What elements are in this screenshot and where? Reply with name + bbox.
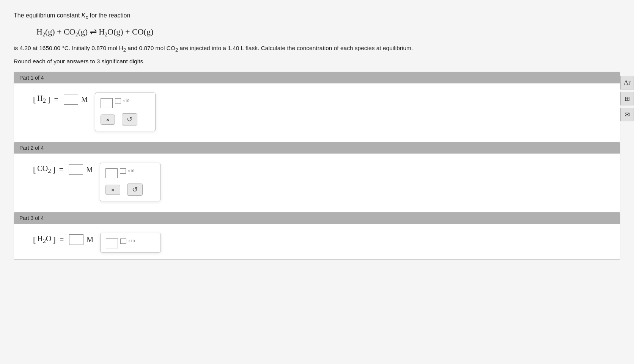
part2-equals: =	[59, 165, 63, 174]
mail-icon: ✉	[625, 111, 630, 119]
part1-body: [ H2 ] = M ×10 × ↺	[14, 83, 620, 142]
part1-close-bracket: ]	[47, 94, 50, 104]
part1-equation: [ H2 ] = M	[33, 94, 88, 105]
part3-unit: M	[87, 235, 93, 244]
part3-equals: =	[60, 235, 64, 244]
part3-equation: [ H2O ] = M	[33, 234, 93, 245]
part2-popup-buttons: × ↺	[105, 184, 153, 196]
part2-close-bracket: ]	[52, 165, 55, 174]
part1-species: H2	[37, 94, 46, 105]
problem-description: is 4.20 at 1650.00 °C. Initially 0.870 m…	[14, 43, 620, 54]
part1-popup-subscript: ×10	[123, 98, 129, 103]
part1-popup-input-row: ×10	[101, 98, 148, 108]
part2-open-bracket: [	[33, 165, 36, 174]
part3-popup-main-input[interactable]	[106, 238, 118, 248]
part3-popup: ×10	[100, 233, 161, 253]
part2-popup-superscript-input[interactable]	[120, 168, 126, 174]
reaction-equation: H2(g) + CO2(g) ⇌ H2O(g) + CO(g)	[36, 27, 620, 38]
part2-popup: ×10 × ↺	[100, 163, 160, 201]
part2-popup-retry-btn[interactable]: ↺	[127, 184, 143, 196]
part2-body: [ CO2 ] = M ×10 × ↺	[14, 154, 620, 212]
part1-label: Part 1 of 4	[19, 75, 44, 81]
part1-popup-retry-btn[interactable]: ↺	[122, 113, 137, 126]
parts-container: Part 1 of 4 [ H2 ] = M ×10	[14, 72, 620, 260]
part2-popup-main-input[interactable]	[105, 168, 118, 178]
part2-popup-subscript: ×10	[128, 168, 134, 173]
part2-answer-input[interactable]	[69, 164, 83, 175]
part2-label: Part 2 of 4	[19, 145, 44, 151]
part3-header: Part 3 of 4	[14, 212, 620, 224]
part3-answer-input[interactable]	[69, 234, 83, 245]
part1-popup-main-input[interactable]	[101, 98, 113, 108]
part1-answer-input[interactable]	[64, 94, 78, 105]
part1-popup-superscript-input[interactable]	[115, 98, 121, 104]
part1-popup-buttons: × ↺	[101, 113, 148, 126]
part2-species: CO2	[37, 164, 51, 175]
part3-popup-superscript-input[interactable]	[120, 238, 126, 244]
part1-unit: M	[81, 95, 88, 104]
part3-popup-input-row: ×10	[106, 238, 154, 248]
part2-equation: [ CO2 ] = M	[33, 164, 93, 175]
part3-close-bracket: ]	[53, 235, 56, 245]
sidebar-btn-grid[interactable]: ⊞	[620, 92, 634, 105]
part2-header: Part 2 of 4	[14, 142, 620, 154]
part3-popup-subscript: ×10	[128, 238, 135, 243]
sidebar-btn-mail[interactable]: ✉	[620, 108, 634, 121]
part3-open-bracket: [	[33, 235, 36, 245]
grid-icon: ⊞	[625, 95, 630, 103]
part3-block: Part 3 of 4 [ H2O ] = M ×10	[14, 212, 620, 260]
part2-popup-input-row: ×10	[105, 168, 153, 178]
part3-body: [ H2O ] = M ×10	[14, 224, 620, 259]
part1-popup-clear-btn[interactable]: ×	[101, 115, 115, 125]
page-container: The equilibrium constant Kc for the reac…	[0, 0, 634, 364]
right-sidebar: Ar ⊞ ✉	[620, 76, 634, 121]
rounding-note: Round each of your answers to 3 signific…	[14, 56, 620, 66]
problem-intro: The equilibrium constant Kc for the reac…	[14, 11, 620, 22]
part3-species: H2O	[37, 234, 51, 245]
part1-equals: =	[54, 95, 58, 104]
sidebar-btn-ar[interactable]: Ar	[620, 76, 634, 89]
part2-popup-clear-btn[interactable]: ×	[105, 185, 120, 195]
part2-unit: M	[86, 165, 93, 174]
ar-icon: Ar	[624, 79, 631, 86]
part1-header: Part 1 of 4	[14, 72, 620, 83]
part3-label: Part 3 of 4	[19, 215, 44, 221]
part2-block: Part 2 of 4 [ CO2 ] = M ×10	[14, 142, 620, 212]
part1-open-bracket: [	[33, 94, 36, 104]
part1-block: Part 1 of 4 [ H2 ] = M ×10	[14, 72, 620, 142]
part1-popup: ×10 × ↺	[95, 93, 156, 131]
